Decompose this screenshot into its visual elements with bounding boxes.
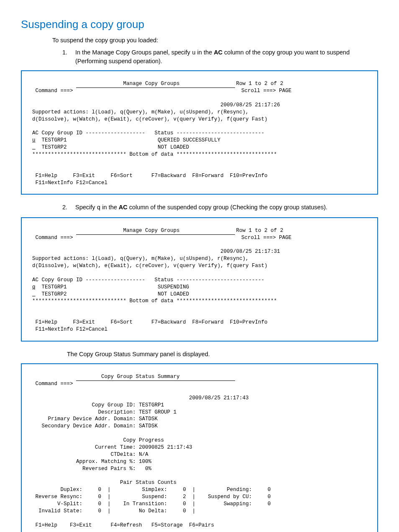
p2-bottom: ****************************** Bottom of… [32,298,277,304]
p2-ac1[interactable]: q [32,284,36,290]
p1-actions1: Supported actions: l(Load), q(Query), m(… [32,109,249,115]
p3-r4c2v: 0 [183,508,186,514]
p3-ctime-lbl: Current Time: [51,445,136,450]
p3-rev-lbl: Reversed Pairs %: [51,466,136,472]
p3-rev-val: 0% [139,466,151,472]
p3-ctime-val: 20090825 21:17:43 [139,445,192,450]
p2-fkeys2[interactable]: F11=NextInfo F12=Cancel [32,326,107,332]
p1-cmd-label: Command ===> [36,88,77,94]
p3-cmd-label: Command ===> [36,381,77,387]
p1-row2-id: TESTGRP2 [42,144,67,150]
intro-text: To suspend the copy group you loaded: [52,36,378,44]
p1-scroll: Scroll ===> PAGE [241,88,292,94]
p2-cmd-label: Command ===> [36,235,77,241]
step2-action: q [97,204,101,211]
p3-r3c3l: Swapping: [224,501,252,507]
p3-ctd-val: N/A [139,452,148,457]
p1-fkeys2[interactable]: F11=NextInfo F12=Cancel [32,180,107,186]
p2-rowinfo: Row 1 to 2 of 2 [236,228,284,234]
p3-pdom-lbl: Primary Device Addr. Domain: [42,416,136,422]
p3-timestamp: 2009/08/25 21:17:43 [189,395,249,401]
p3-desc-lbl: Description: [51,409,136,415]
p2-row1-status: SUSPENDING [158,284,189,290]
p1-bottom: ****************************** Bottom of… [32,152,277,157]
p2-row2-status: NOT LOADED [158,291,189,297]
p3-r3c1l: V-Split: [57,501,82,507]
p1-ac2[interactable] [32,144,36,150]
note-after-panel2: The Copy Group Status Summary panel is d… [67,350,378,358]
p3-r1c1l: Duplex: [61,487,83,493]
p1-ac1[interactable]: u [32,137,36,143]
p2-scroll: Scroll ===> PAGE [241,235,292,241]
p3-progress-hdr: Copy Progress [123,437,164,443]
p2-fkeys1[interactable]: F1=Help F3=Exit F6=Sort F7=Backward F8=F… [32,319,268,325]
p3-sdom-lbl: Secondary Device Addr. Domain: [42,423,136,429]
p2-title: Manage Copy Groups [123,228,180,234]
terminal-panel-1: Manage Copy Groups Row 1 to 2 of 2 Comma… [21,70,378,195]
p3-r2c2l: Suspend: [142,494,167,500]
p3-r3c1v: 0 [98,501,102,507]
p3-r1c3l: Pending: [227,487,252,493]
step1-action: u [192,49,196,56]
p3-fkeys[interactable]: F1=Help F3=Exit F4=Refresh F5=Storage F6… [32,522,214,528]
p1-header-row: AC Copy Group ID ------------------- Sta… [32,130,264,136]
step2-bold: AC [119,204,128,211]
p3-pdom-val: SATDSK [139,416,158,422]
step1-pre: In the Manage Copy Groups panel, specify [75,49,192,56]
p3-r4c1l: Invalid State: [38,508,82,514]
p2-row1-id: TESTGRP1 [42,284,67,290]
p3-match-val: 100% [139,459,151,465]
p3-psc-hdr: Pair Status Counts [120,480,176,486]
step-1: In the Manage Copy Groups panel, specify… [69,48,378,66]
p2-cmd-input[interactable] [76,234,235,235]
p1-timestamp: 2009/08/25 21:17:26 [220,102,280,108]
p3-r4c1v: 0 [98,508,102,514]
p1-row1-id: TESTGRP1 [42,137,67,143]
p3-cgid-lbl: Copy Group ID: [51,402,136,408]
p1-row2-status: NOT LOADED [158,144,189,150]
p3-r2c1v: 0 [98,494,102,500]
p3-title: Copy Group Status Summary [101,374,180,380]
p3-cgid-val: TESTGRP1 [139,402,164,408]
step2-mid: in the [100,204,119,211]
step-2: Specify q in the AC column of the suspen… [69,203,378,212]
step1-mid: in the [196,49,214,56]
p2-ac2[interactable] [32,291,36,297]
p1-actions2: d(Dissolve), w(Watch), e(Ewait), c(reCov… [32,116,268,122]
step2-post: column of the suspended copy group (Chec… [128,204,327,211]
page-heading: Suspending a copy group [21,17,378,32]
p3-sdom-val: SATDSK [139,423,158,429]
p1-cmd-input[interactable] [76,87,235,88]
step2-pre: Specify [75,204,97,211]
step1-bold: AC [214,49,223,56]
p3-cmd-input[interactable] [76,380,235,381]
p3-r2c2v: 2 [183,494,186,500]
p3-r3c2v: 0 [183,501,186,507]
p3-r1c3v: 0 [268,487,271,493]
p2-timestamp: 2009/08/25 21:17:31 [220,249,280,254]
p2-row2-id: TESTGRP2 [42,291,67,297]
p3-r1c1v: 0 [98,487,102,493]
p3-match-lbl: Approx. Matching %: [51,459,136,465]
terminal-panel-3: Copy Group Status Summary Command ===> 2… [21,363,378,532]
p3-r2c1l: Reverse Resync: [36,494,83,500]
p1-fkeys1[interactable]: F1=Help F3=Exit F6=Sort F7=Backward F8=F… [32,173,268,179]
p1-row1-status: QUERIED SUCCESSFULLY [158,137,220,143]
p2-header-row: AC Copy Group ID ------------------- Sta… [32,277,264,283]
p3-desc-val: TEST GROUP 1 [139,409,176,415]
p1-title: Manage Copy Groups [123,81,180,87]
p2-actions2: d(Dissolve), w(Watch), e(Ewait), c(reCov… [32,263,268,269]
p3-r3c2l: In Transition: [123,501,167,507]
p3-ctd-lbl: CTDelta: [51,452,136,457]
p3-r3c3v: 0 [268,501,271,507]
p2-actions1: Supported actions: l(Load), q(Query), m(… [32,256,249,262]
p3-r4c2l: No Delta: [139,508,167,514]
p3-r1c2v: 0 [183,487,186,493]
terminal-panel-2: Manage Copy Groups Row 1 to 2 of 2 Comma… [21,217,378,342]
p3-r1c2l: Simplex: [142,487,167,493]
p1-rowinfo: Row 1 to 2 of 2 [236,81,284,87]
p3-r2c3v: 0 [268,494,271,500]
p3-r2c3l: Suspend by CU: [208,494,252,500]
